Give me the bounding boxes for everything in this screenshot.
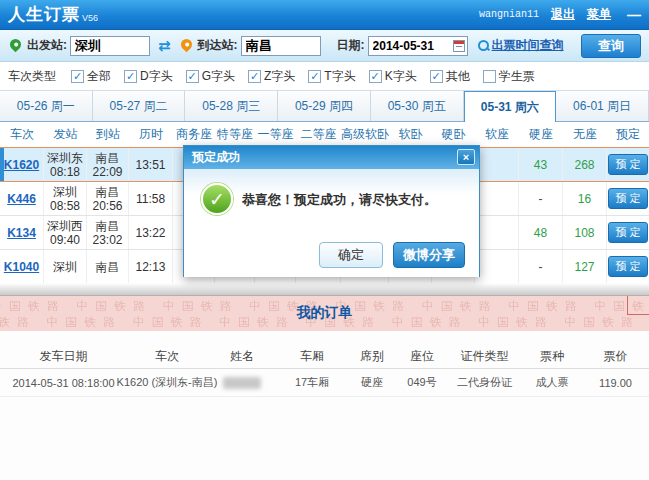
search-icon — [478, 40, 489, 51]
order-seat-class: 硬座 — [347, 369, 397, 396]
order-depart-datetime: 2014-05-31 08:18:00 — [0, 369, 127, 396]
tab-06-01[interactable]: 06-01 周日 — [556, 91, 649, 121]
book-button[interactable]: 预 定 — [608, 188, 647, 209]
query-button[interactable]: 查询 — [581, 34, 641, 58]
my-orders-section: 发车日期 车次 姓名 车厢 席别 座位 证件类型 票种 票价 2014-05-3… — [0, 331, 649, 480]
train-number-link[interactable]: K1620 — [4, 158, 39, 172]
order-row: 2014-05-31 08:18:00 K1620 (深圳东-南昌) 17车厢 … — [0, 369, 649, 397]
title-bar: 人生订票 V56 wangnian11 退出 菜单 — — [0, 0, 649, 30]
dialog-message: 恭喜您！预定成功，请尽快支付。 — [242, 191, 437, 209]
depart-label: 出发站: — [27, 37, 67, 54]
checkbox-checked-icon[interactable]: ✓ — [186, 70, 199, 83]
train-type-filterbar: 车次类型 ✓全部 ✓D字头 ✓G字头 ✓Z字头 ✓T字头 ✓K字头 ✓其他 学生… — [0, 62, 649, 90]
search-bar: 出发站: ⇄ 到达站: 日期: 出票时间查询 查询 — [0, 30, 649, 62]
checkbox-checked-icon[interactable]: ✓ — [308, 70, 321, 83]
checkbox-checked-icon[interactable]: ✓ — [430, 70, 443, 83]
filter-all[interactable]: ✓全部 — [71, 68, 111, 85]
ticket-time-query-link[interactable]: 出票时间查询 — [492, 37, 564, 54]
order-passenger-name — [207, 369, 277, 396]
filter-z[interactable]: ✓Z字头 — [248, 68, 295, 85]
depart-station-input[interactable] — [70, 36, 150, 56]
app-window: 人生订票 V56 wangnian11 退出 菜单 — 出发站: ⇄ 到达站: … — [0, 0, 649, 480]
tab-05-27[interactable]: 05-27 周二 — [93, 91, 186, 121]
ok-button[interactable]: 确定 — [319, 242, 383, 268]
hard-seat-count: 48 — [534, 226, 547, 240]
filter-other[interactable]: ✓其他 — [430, 68, 470, 85]
checkbox-checked-icon[interactable]: ✓ — [124, 70, 137, 83]
swap-stations-icon[interactable]: ⇄ — [158, 37, 171, 55]
tab-05-29[interactable]: 05-29 周四 — [278, 91, 371, 121]
order-ticket-type: 成人票 — [522, 369, 582, 396]
calendar-icon[interactable] — [453, 40, 465, 52]
no-seat-count: 108 — [574, 226, 594, 240]
redacted-name — [223, 377, 261, 389]
book-button[interactable]: 预 定 — [608, 256, 647, 277]
order-carriage: 17车厢 — [277, 369, 347, 396]
filter-d[interactable]: ✓D字头 — [124, 68, 173, 85]
book-button[interactable]: 预 定 — [608, 222, 647, 243]
checkbox-checked-icon[interactable]: ✓ — [369, 70, 382, 83]
dialog-title-bar: 预定成功 × — [184, 146, 479, 169]
dialog-body: ✓ 恭喜您！预定成功，请尽快支付。 确定 微博分享 — [184, 169, 479, 277]
order-price: 119.00 — [582, 369, 649, 396]
app-title: 人生订票 — [8, 3, 80, 26]
date-label: 日期: — [337, 37, 365, 54]
filter-t[interactable]: ✓T字头 — [308, 68, 355, 85]
orders-table-header: 发车日期 车次 姓名 车厢 席别 座位 证件类型 票种 票价 — [0, 344, 649, 369]
logout-link[interactable]: 退出 — [551, 6, 575, 23]
no-seat-count: 16 — [578, 192, 591, 206]
filter-g[interactable]: ✓G字头 — [186, 68, 235, 85]
success-check-icon: ✓ — [201, 183, 233, 215]
tab-05-31-active[interactable]: 05-31 周六 — [464, 91, 557, 122]
my-orders-title: 我的订单 — [0, 304, 649, 322]
order-id-type: 二代身份证 — [447, 369, 522, 396]
close-icon[interactable]: × — [457, 149, 475, 165]
app-version: V56 — [82, 13, 98, 23]
date-tabs: 05-26 周一 05-27 周二 05-28 周三 05-29 周四 05-3… — [0, 90, 649, 122]
arrive-pin-icon — [178, 36, 194, 52]
depart-pin-icon — [8, 36, 24, 52]
order-seat-no: 049号 — [397, 369, 447, 396]
train-number-link[interactable]: K1040 — [4, 260, 39, 274]
logged-in-username: wangnian11 — [479, 9, 539, 20]
titlebar-actions: wangnian11 退出 菜单 — — [479, 6, 641, 23]
stamp-corner-decoration — [627, 296, 649, 315]
dialog-title: 预定成功 — [192, 150, 240, 164]
checkbox-unchecked-icon[interactable] — [483, 70, 496, 83]
date-field — [368, 36, 468, 56]
arrive-station-input[interactable] — [241, 36, 321, 56]
tab-05-26[interactable]: 05-26 周一 — [0, 91, 93, 121]
checkbox-checked-icon[interactable]: ✓ — [71, 70, 84, 83]
hard-seat-count: 43 — [534, 158, 547, 172]
book-button[interactable]: 预 定 — [608, 154, 647, 175]
filter-student[interactable]: 学生票 — [483, 68, 535, 85]
weibo-share-button[interactable]: 微博分享 — [393, 242, 465, 268]
train-number-link[interactable]: K134 — [7, 226, 36, 240]
minimize-button[interactable]: — — [627, 10, 641, 20]
hard-seat-count: - — [539, 192, 543, 206]
filter-k[interactable]: ✓K字头 — [369, 68, 417, 85]
arrive-label: 到达站: — [198, 37, 238, 54]
menu-link[interactable]: 菜单 — [587, 6, 611, 23]
checkbox-checked-icon[interactable]: ✓ — [248, 70, 261, 83]
no-seat-count: 268 — [574, 158, 594, 172]
booking-success-dialog: 预定成功 × ✓ 恭喜您！预定成功，请尽快支付。 确定 微博分享 — [183, 145, 480, 277]
tab-05-30[interactable]: 05-30 周五 — [371, 91, 464, 121]
order-train: K1620 (深圳东-南昌) — [127, 369, 207, 396]
orders-banner: 中国铁路 中国铁路 中国铁路 中国铁路 中国铁路 中国铁路 中国铁路 中国铁路 … — [0, 296, 649, 331]
no-seat-count: 127 — [574, 260, 594, 274]
hard-seat-count: - — [539, 260, 543, 274]
train-type-label: 车次类型 — [8, 68, 56, 85]
train-number-link[interactable]: K446 — [7, 192, 36, 206]
window-bottom-band — [0, 283, 649, 296]
tab-05-28[interactable]: 05-28 周三 — [185, 91, 278, 121]
